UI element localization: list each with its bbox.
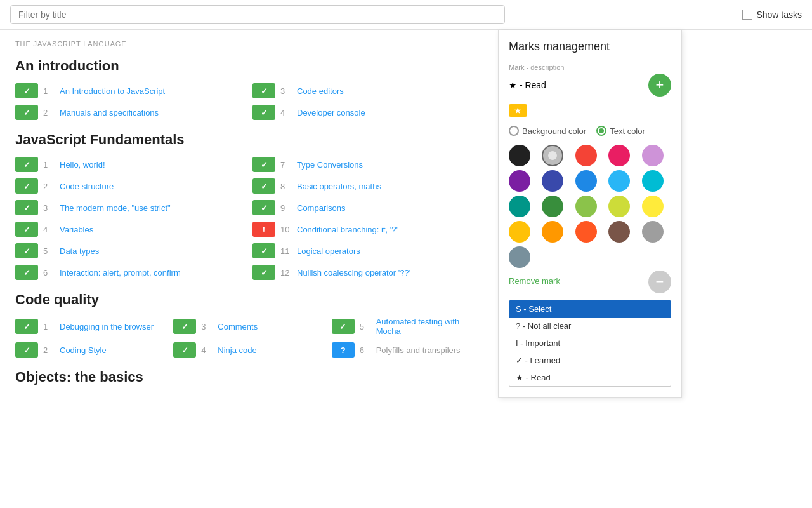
section-title-objects: Objects: the basics xyxy=(15,369,480,385)
item-link[interactable]: Nullish coalescing operator '??' xyxy=(297,268,410,277)
list-item: ✓ 7 Type Conversions xyxy=(252,156,480,173)
color-dot-orange[interactable] xyxy=(542,221,563,243)
item-num: 1 xyxy=(43,322,55,331)
color-dot-pink[interactable] xyxy=(608,145,630,166)
section-title-intro: An introduction xyxy=(15,58,480,74)
item-num: 1 xyxy=(43,160,55,170)
item-link[interactable]: Hello, world! xyxy=(60,160,105,170)
item-link[interactable]: Comments xyxy=(218,322,258,331)
check-badge: ✓ xyxy=(252,178,275,194)
item-link[interactable]: Coding Style xyxy=(60,345,107,355)
item-link[interactable]: Basic operators, maths xyxy=(297,182,381,191)
mark-desc-row: + xyxy=(509,74,671,97)
item-link[interactable]: Developer console xyxy=(297,108,365,117)
item-link[interactable]: Ninja code xyxy=(218,345,256,355)
color-dot-green-dark[interactable] xyxy=(542,196,563,217)
item-link[interactable]: Data types xyxy=(60,246,99,256)
dropdown-item-learned[interactable]: ✓ - Learned xyxy=(509,352,671,369)
list-item: ✓ 2 Code structure xyxy=(15,177,242,195)
check-badge: ✓ xyxy=(332,319,355,334)
dropdown-item-read[interactable]: ★ - Read xyxy=(509,369,671,386)
add-mark-button[interactable]: + xyxy=(648,74,671,97)
item-link[interactable]: Variables xyxy=(60,225,93,234)
list-item: ✓ 5 Automated testing with Mocha xyxy=(332,316,480,337)
color-dot-indigo[interactable] xyxy=(542,170,563,192)
list-item: ✓ 2 Manuals and specifications xyxy=(15,104,242,121)
color-dot-red[interactable] xyxy=(575,145,597,166)
dropdown-item-not-all-clear[interactable]: ? - Not all clear xyxy=(509,318,671,335)
color-dot-blue-light[interactable] xyxy=(608,170,630,192)
text-color-radio-circle xyxy=(596,126,606,136)
list-item: ✓ 12 Nullish coalescing operator '??' xyxy=(252,264,480,281)
text-color-radio[interactable]: Text color xyxy=(596,126,645,136)
color-dot-deep-orange[interactable] xyxy=(575,221,597,243)
color-dot-gray-light[interactable] xyxy=(542,145,563,166)
show-tasks-checkbox[interactable] xyxy=(742,10,752,20)
list-item: ✓ 1 Debugging in the browser xyxy=(15,316,163,337)
item-link[interactable]: Type Conversions xyxy=(297,160,363,170)
list-item: ? 6 Polyfills and transpilers xyxy=(332,341,480,359)
section-title-quality: Code quality xyxy=(15,291,480,308)
color-grid xyxy=(509,145,671,268)
item-link[interactable]: Automated testing with Mocha xyxy=(376,317,480,336)
mark-desc-input[interactable] xyxy=(509,77,643,93)
color-dot-blue[interactable] xyxy=(575,170,597,192)
item-link[interactable]: Logical operators xyxy=(297,246,360,256)
item-num: 2 xyxy=(43,345,55,355)
item-num: 2 xyxy=(43,108,55,117)
quality-items: ✓ 1 Debugging in the browser ✓ 3 Comment… xyxy=(15,316,480,359)
item-num: 2 xyxy=(43,182,55,191)
fundamentals-items: ✓ 1 Hello, world! ✓ 7 Type Conversions ✓… xyxy=(15,156,480,281)
item-link[interactable]: Manuals and specifications xyxy=(60,108,159,117)
check-badge: ✓ xyxy=(15,178,38,194)
item-num: 12 xyxy=(280,268,292,277)
item-num: 1 xyxy=(43,86,55,96)
item-link[interactable]: An Introduction to JavaScript xyxy=(60,86,165,96)
content-area: THE JAVASCRIPT LANGUAGE An introduction … xyxy=(0,30,495,403)
background-color-radio[interactable]: Background color xyxy=(509,126,586,136)
item-num: 10 xyxy=(280,225,292,234)
item-num: 8 xyxy=(280,182,292,191)
item-num: 9 xyxy=(280,203,292,213)
check-badge: ? xyxy=(332,342,355,358)
item-link[interactable]: Code structure xyxy=(60,182,114,191)
color-dot-purple-dark[interactable] xyxy=(509,170,530,192)
color-dot-teal[interactable] xyxy=(509,196,530,217)
item-link[interactable]: Interaction: alert, prompt, confirm xyxy=(60,268,181,277)
section-title-fundamentals: JavaScript Fundamentals xyxy=(15,131,480,148)
dropdown-item-important[interactable]: I - Important xyxy=(509,335,671,352)
item-link[interactable]: Comparisons xyxy=(297,203,346,213)
item-link[interactable]: Polyfills and transpilers xyxy=(376,345,461,355)
color-dot-black[interactable] xyxy=(509,145,530,166)
intro-items: ✓ 1 An Introduction to JavaScript ✓ 3 Co… xyxy=(15,82,480,121)
color-dot-amber[interactable] xyxy=(509,221,530,243)
list-item: ✓ 6 Interaction: alert, prompt, confirm xyxy=(15,264,242,281)
check-badge: ! xyxy=(252,222,275,237)
list-item: ✓ 5 Data types xyxy=(15,242,242,260)
color-dot-gray[interactable] xyxy=(642,221,664,243)
color-dot-lime[interactable] xyxy=(608,196,630,217)
item-link[interactable]: Conditional branching: if, '?' xyxy=(297,225,398,234)
color-dot-green[interactable] xyxy=(575,196,597,217)
item-link[interactable]: Debugging in the browser xyxy=(60,322,154,331)
remove-mark-button[interactable]: Remove mark xyxy=(509,276,560,286)
item-link[interactable]: Code editors xyxy=(297,86,344,96)
check-badge: ✓ xyxy=(15,243,38,258)
check-badge: ✓ xyxy=(15,83,38,98)
dropdown-item-select[interactable]: S - Select xyxy=(509,300,671,318)
check-badge: ✓ xyxy=(15,222,38,237)
check-badge: ✓ xyxy=(15,342,38,358)
color-dot-brown[interactable] xyxy=(608,221,630,243)
color-dot-cyan[interactable] xyxy=(642,170,664,192)
check-badge: ✓ xyxy=(252,157,275,172)
background-color-radio-circle xyxy=(509,126,519,136)
marks-dropdown[interactable]: S - Select ? - Not all clear I - Importa… xyxy=(509,300,671,387)
check-badge: ✓ xyxy=(173,319,196,334)
list-item: ✓ 4 Ninja code xyxy=(173,341,321,359)
item-link[interactable]: The modern mode, "use strict" xyxy=(60,203,171,213)
color-dot-yellow[interactable] xyxy=(642,196,664,217)
filter-input[interactable] xyxy=(10,5,505,24)
minus-mark-button[interactable]: − xyxy=(648,271,671,293)
color-dot-blue-gray[interactable] xyxy=(509,246,530,268)
color-dot-purple-light[interactable] xyxy=(642,145,664,166)
